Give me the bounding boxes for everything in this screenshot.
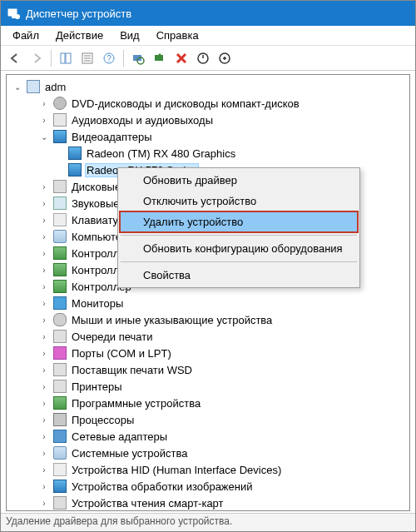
- device-icon: [53, 230, 67, 243]
- ctx-properties[interactable]: Свойства: [120, 265, 358, 286]
- tree-node[interactable]: ›Принтеры: [8, 378, 408, 395]
- expand-icon[interactable]: ›: [38, 331, 50, 342]
- no-children: [53, 164, 65, 176]
- tree-node[interactable]: ›Порты (COM и LPT): [8, 345, 408, 361]
- update-driver-button[interactable]: [151, 49, 169, 67]
- expand-icon[interactable]: ›: [38, 397, 50, 409]
- tree-node-label: Видеоадаптеры: [70, 131, 154, 143]
- expand-icon[interactable]: ⌄: [12, 81, 23, 92]
- expand-icon[interactable]: ›: [38, 231, 50, 242]
- device-icon: [68, 147, 82, 160]
- expand-icon[interactable]: ›: [38, 314, 50, 326]
- disable-button[interactable]: [194, 49, 212, 67]
- svg-text:?: ?: [106, 54, 111, 63]
- device-icon: [53, 396, 67, 410]
- status-bar: Удаление драйвера для выбранного устройс…: [1, 513, 415, 531]
- tree-node[interactable]: ›Процессоры: [8, 411, 408, 428]
- tree-node-label: Принтеры: [70, 380, 124, 393]
- menu-action[interactable]: Действие: [47, 27, 111, 43]
- tree-node[interactable]: ›Программные устройства: [8, 395, 408, 411]
- device-icon: [53, 496, 67, 510]
- tree-node-label: Аудиовходы и аудиовыходы: [70, 114, 215, 127]
- scan-hardware-button[interactable]: [129, 49, 147, 67]
- tree-node[interactable]: ›Аудиовходы и аудиовыходы: [8, 112, 408, 128]
- expand-icon[interactable]: ›: [38, 414, 50, 425]
- expand-icon[interactable]: ›: [38, 214, 50, 226]
- menu-file[interactable]: Файл: [4, 27, 47, 43]
- tree-node[interactable]: ⌄Видеоадаптеры: [8, 128, 408, 145]
- tree-node[interactable]: ›Устройства HID (Human Interface Devices…: [8, 461, 408, 478]
- device-icon: [53, 263, 67, 276]
- expand-icon[interactable]: ›: [38, 347, 50, 359]
- tree-node[interactable]: ›Устройства чтения смарт-карт: [8, 495, 408, 511]
- context-menu: Обновить драйвер Отключить устройство Уд…: [117, 167, 360, 288]
- tree-node-label: Программные устройства: [70, 397, 202, 410]
- device-icon: [53, 413, 67, 426]
- tree-node-label: DVD-дисководы и дисководы компакт-дисков: [70, 97, 301, 110]
- expand-icon[interactable]: ›: [38, 247, 50, 259]
- expand-icon[interactable]: ›: [38, 497, 50, 509]
- device-icon: [68, 163, 82, 177]
- tree-root[interactable]: ⌄ adm: [8, 78, 408, 95]
- device-icon: [53, 180, 67, 193]
- svg-rect-13: [155, 55, 163, 61]
- expand-icon[interactable]: ›: [38, 464, 50, 475]
- show-hide-tree-button[interactable]: [57, 49, 75, 67]
- tree-node-label: Процессоры: [70, 414, 136, 426]
- tree-node-label: Мыши и иные указывающие устройства: [70, 314, 274, 326]
- menu-help[interactable]: Справка: [148, 27, 207, 43]
- svg-rect-3: [61, 53, 65, 63]
- expand-icon[interactable]: ›: [38, 297, 50, 309]
- window-title: Диспетчер устройств: [26, 7, 131, 20]
- enable-button[interactable]: [215, 49, 234, 67]
- expand-icon[interactable]: ›: [38, 281, 50, 292]
- tree-node-label: Поставщик печати WSD: [70, 364, 194, 376]
- device-icon: [53, 213, 67, 226]
- uninstall-button[interactable]: [172, 49, 191, 67]
- properties-button[interactable]: [78, 49, 97, 67]
- device-icon: [53, 446, 67, 460]
- device-icon: [53, 330, 67, 343]
- expand-icon[interactable]: ›: [38, 264, 50, 276]
- expand-icon[interactable]: ›: [38, 114, 50, 126]
- device-icon: [53, 346, 67, 360]
- expand-icon[interactable]: ›: [38, 380, 50, 392]
- svg-rect-0: [8, 9, 17, 16]
- tree-node[interactable]: ›DVD-дисководы и дисководы компакт-диско…: [8, 95, 408, 112]
- menu-view[interactable]: Вид: [111, 27, 148, 43]
- expand-icon[interactable]: ›: [38, 97, 50, 109]
- tree-node[interactable]: ›Сетевые адаптеры: [8, 428, 408, 445]
- ctx-scan-hardware[interactable]: Обновить конфигурацию оборудования: [120, 238, 358, 259]
- svg-point-2: [15, 14, 20, 19]
- root-label: adm: [43, 81, 67, 93]
- expand-icon[interactable]: ›: [38, 447, 50, 459]
- tree-node[interactable]: ›Поставщик печати WSD: [8, 361, 408, 378]
- toolbar: ?: [1, 46, 415, 71]
- device-tree[interactable]: ⌄ adm ›DVD-дисководы и дисководы компакт…: [6, 74, 410, 511]
- ctx-update-driver[interactable]: Обновить драйвер: [120, 170, 358, 191]
- back-button[interactable]: [6, 49, 24, 67]
- help-button[interactable]: ?: [100, 49, 118, 67]
- expand-icon[interactable]: ›: [38, 480, 50, 492]
- expand-icon[interactable]: ›: [38, 430, 50, 442]
- tree-node-label: Сетевые адаптеры: [70, 430, 169, 443]
- tree-node[interactable]: ›Очереди печати: [8, 328, 408, 345]
- tree-node-label: Устройства чтения смарт-карт: [70, 497, 225, 510]
- titlebar: Диспетчер устройств: [1, 1, 415, 26]
- computer-icon: [27, 80, 40, 93]
- tree-node[interactable]: ›Мониторы: [8, 295, 408, 311]
- ctx-disable-device[interactable]: Отключить устройство: [120, 191, 358, 211]
- device-icon: [53, 480, 67, 493]
- expand-icon[interactable]: ›: [38, 197, 50, 209]
- device-icon: [53, 113, 67, 127]
- expand-icon[interactable]: ›: [38, 181, 50, 192]
- ctx-uninstall-device[interactable]: Удалить устройство: [120, 211, 358, 232]
- expand-icon[interactable]: ›: [38, 364, 50, 375]
- collapse-icon[interactable]: ⌄: [38, 131, 50, 142]
- tree-node[interactable]: ›Системные устройства: [8, 445, 408, 461]
- forward-button[interactable]: [27, 49, 46, 67]
- device-icon: [53, 313, 67, 326]
- tree-node[interactable]: ›Устройства обработки изображений: [8, 478, 408, 495]
- tree-node[interactable]: Radeon (TM) RX 480 Graphics: [8, 145, 408, 162]
- tree-node[interactable]: ›Мыши и иные указывающие устройства: [8, 311, 408, 328]
